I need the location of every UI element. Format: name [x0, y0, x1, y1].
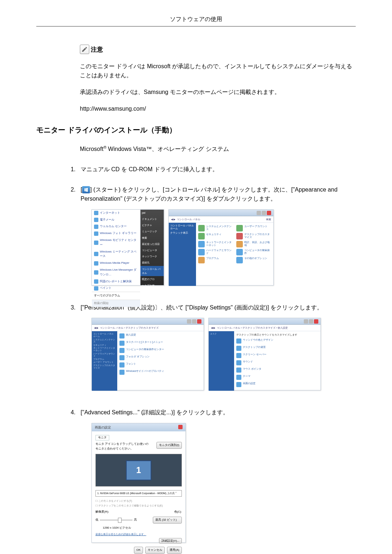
ok-button: OK	[134, 547, 143, 554]
step-text: ["Advanced Settings..." (詳細設定...)] をクリック…	[81, 408, 356, 417]
note-paragraph: このモニター ドライバは Microsoft が承認したもので、インストールして…	[80, 62, 356, 80]
screenshot-appearance: ◀ ▶コントロール パネル › デスクトップのカスタマイズ コントロール パネル…	[91, 318, 204, 390]
step-number: 1.	[68, 165, 75, 176]
cancel-button: キャンセル	[145, 547, 165, 554]
note-url: http://www.samsung.com/	[80, 104, 356, 114]
screenshot-startmenu: インターネット 電子メール ウェルカム センター Windows フォト ギャラ…	[91, 209, 164, 286]
note-label: 注意	[91, 45, 103, 54]
note-block: 注意 このモニター ドライバは Microsoft が承認したもので、インストー…	[80, 45, 356, 114]
os-line: Microsoft® Windows Vista™、オペレーティング システム	[80, 144, 356, 154]
windows-start-icon	[82, 186, 90, 193]
page-header: ソフトウェアの使用	[36, 15, 356, 26]
monitor-preview: 1	[95, 454, 182, 487]
step-text: マニュアル CD を CD-ROM ドライブに挿入します。	[81, 165, 356, 174]
note-paragraph: 承認済みのドライバは、Samsung モニターのホームページに掲載されます。	[80, 87, 356, 97]
page-header-title: ソフトウェアの使用	[170, 16, 222, 22]
advanced-settings-button: 詳細設定(V)...	[159, 538, 182, 543]
identify-monitor-button: モニタの識別(I)	[156, 442, 182, 449]
step-number: 4.	[68, 408, 75, 550]
step-text: [] (スタート) をクリックし、[コントロール パネル] をクリックします。次…	[81, 185, 356, 204]
screenshot-row: インターネット 電子メール ウェルカム センター Windows フォト ギャラ…	[91, 209, 356, 286]
monitor-select: 1. NVIDIA GeForce 6600 LE (Microsoft Cor…	[95, 490, 182, 496]
heading-driver-install-manual: モニター ドライバのインストール（手動）	[36, 124, 356, 136]
step-number: 3.	[68, 303, 75, 399]
screenshot-control-panel: ◀ ▶コントロール パネル検索 コントロール パネル ホーム クラシック表示 シ…	[168, 209, 274, 286]
step-number: 2.	[68, 185, 75, 294]
pencil-note-icon	[80, 45, 89, 54]
apply-button: 適用(A)	[167, 547, 182, 554]
screenshot-row: ◀ ▶コントロール パネル › デスクトップのカスタマイズ コントロール パネル…	[91, 318, 356, 390]
screenshot-display-settings: 画面の設定 モニタ モニタ アイコンをドラッグしてお使いのモニタと合わせてくださ…	[91, 423, 186, 543]
screenshot-personalization: ◀ ▶コントロール パネル › デスクトップのカスタマイズ › 個人設定 タスク…	[208, 318, 321, 390]
